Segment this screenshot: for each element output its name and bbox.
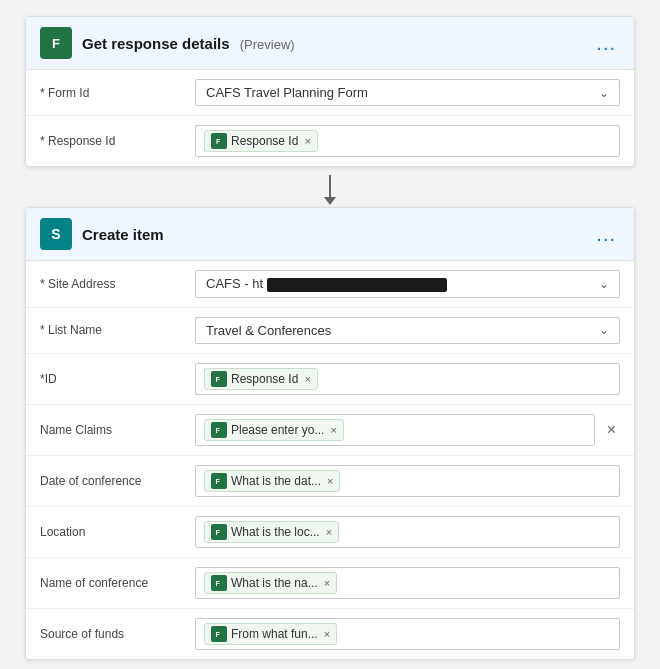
- token-field-response-id[interactable]: F Response Id ×: [195, 125, 620, 157]
- arrow-connector: [329, 167, 331, 207]
- chevron-down-icon: ⌄: [599, 86, 609, 100]
- label-name-conference: Name of conference: [40, 576, 195, 590]
- chevron-down-icon-3: ⌄: [599, 323, 609, 337]
- label-list-name: * List Name: [40, 323, 195, 337]
- label-location: Location: [40, 525, 195, 539]
- dropdown-list-name[interactable]: Travel & Conferences ⌄: [195, 317, 620, 344]
- form-row-form-id: * Form Id CAFS Travel Planning Form ⌄: [26, 70, 634, 116]
- field-close-name-claims-icon[interactable]: ×: [603, 421, 620, 439]
- dropdown-site-address[interactable]: CAFS - ht ⌄: [195, 270, 620, 298]
- token-field-date-conference[interactable]: F What is the dat... ×: [195, 465, 620, 497]
- value-date-conference: F What is the dat... ×: [195, 465, 620, 497]
- svg-text:F: F: [216, 580, 221, 587]
- token-name-claims: F Please enter yo... ×: [204, 419, 344, 441]
- forms-token-icon: F: [211, 133, 227, 149]
- card-title-get-response: Get response details (Preview): [82, 35, 592, 52]
- token-name-conference: F What is the na... ×: [204, 572, 337, 594]
- label-response-id: * Response Id: [40, 134, 195, 148]
- value-site-address: CAFS - ht ⌄: [195, 270, 620, 298]
- forms-token-icon-7: F: [211, 626, 227, 642]
- card-body-get-response: * Form Id CAFS Travel Planning Form ⌄ * …: [26, 70, 634, 166]
- card-header-create-item: S Create item ...: [26, 208, 634, 261]
- form-row-id: *ID F Response Id ×: [26, 354, 634, 405]
- label-site-address: * Site Address: [40, 277, 195, 291]
- chevron-down-icon-2: ⌄: [599, 277, 609, 291]
- svg-text:F: F: [216, 529, 221, 536]
- form-row-site-address: * Site Address CAFS - ht ⌄: [26, 261, 634, 308]
- card-title-create-item: Create item: [82, 226, 592, 243]
- value-id: F Response Id ×: [195, 363, 620, 395]
- token-text-location: What is the loc...: [231, 525, 320, 539]
- redacted-url: [267, 278, 447, 292]
- svg-text:F: F: [216, 138, 221, 145]
- svg-text:F: F: [216, 376, 221, 383]
- label-form-id: * Form Id: [40, 86, 195, 100]
- sharepoint-icon-letter: S: [51, 226, 60, 242]
- forms-token-icon-3: F: [211, 422, 227, 438]
- value-form-id: CAFS Travel Planning Form ⌄: [195, 79, 620, 106]
- token-field-source-funds[interactable]: F From what fun... ×: [195, 618, 620, 650]
- token-text-id: Response Id: [231, 372, 298, 386]
- card-more-button-2[interactable]: ...: [592, 223, 620, 246]
- site-address-prefix: CAFS - ht: [206, 276, 263, 291]
- down-arrow-line: [329, 175, 331, 199]
- token-text-date-conference: What is the dat...: [231, 474, 321, 488]
- form-row-name-conference: Name of conference F What is the na... ×: [26, 558, 634, 609]
- token-field-id[interactable]: F Response Id ×: [195, 363, 620, 395]
- card-header-get-response: F Get response details (Preview) ...: [26, 17, 634, 70]
- value-location: F What is the loc... ×: [195, 516, 620, 548]
- label-name-claims: Name Claims: [40, 423, 195, 437]
- forms-token-icon-5: F: [211, 524, 227, 540]
- form-row-source-funds: Source of funds F From what fun... ×: [26, 609, 634, 659]
- dropdown-form-id-text: CAFS Travel Planning Form: [206, 85, 368, 100]
- svg-text:F: F: [216, 427, 221, 434]
- forms-icon: F: [40, 27, 72, 59]
- token-text-name-claims: Please enter yo...: [231, 423, 324, 437]
- svg-text:F: F: [216, 631, 221, 638]
- create-item-card: S Create item ... * Site Address CAFS - …: [25, 207, 635, 660]
- label-source-funds: Source of funds: [40, 627, 195, 641]
- token-close-name-claims-icon[interactable]: ×: [330, 424, 336, 436]
- card-title-text-2: Create item: [82, 226, 164, 243]
- token-field-name-claims[interactable]: F Please enter yo... ×: [195, 414, 595, 446]
- card-body-create-item: * Site Address CAFS - ht ⌄ * List Name: [26, 261, 634, 659]
- get-response-details-card: F Get response details (Preview) ... * F…: [25, 16, 635, 167]
- token-source-funds: F From what fun... ×: [204, 623, 337, 645]
- value-list-name: Travel & Conferences ⌄: [195, 317, 620, 344]
- footer-actions: Add an action Add a condition ••• More: [161, 660, 500, 669]
- token-date-conference: F What is the dat... ×: [204, 470, 340, 492]
- card-subtitle-text: (Preview): [240, 37, 295, 52]
- token-field-name-conference[interactable]: F What is the na... ×: [195, 567, 620, 599]
- form-row-date-conference: Date of conference F What is the dat... …: [26, 456, 634, 507]
- sharepoint-icon: S: [40, 218, 72, 250]
- forms-icon-letter: F: [52, 36, 60, 51]
- form-row-location: Location F What is the loc... ×: [26, 507, 634, 558]
- svg-text:F: F: [216, 478, 221, 485]
- dropdown-form-id[interactable]: CAFS Travel Planning Form ⌄: [195, 79, 620, 106]
- forms-token-icon-6: F: [211, 575, 227, 591]
- form-row-list-name: * List Name Travel & Conferences ⌄: [26, 308, 634, 354]
- card-title-text: Get response details: [82, 35, 230, 52]
- value-response-id: F Response Id ×: [195, 125, 620, 157]
- card-more-button[interactable]: ...: [592, 32, 620, 55]
- token-text: Response Id: [231, 134, 298, 148]
- token-id: F Response Id ×: [204, 368, 318, 390]
- dropdown-list-name-text: Travel & Conferences: [206, 323, 331, 338]
- token-close-source-funds-icon[interactable]: ×: [324, 628, 330, 640]
- token-close-date-conf-icon[interactable]: ×: [327, 475, 333, 487]
- token-close-id-icon[interactable]: ×: [304, 373, 310, 385]
- value-source-funds: F From what fun... ×: [195, 618, 620, 650]
- token-field-location[interactable]: F What is the loc... ×: [195, 516, 620, 548]
- token-close-location-icon[interactable]: ×: [326, 526, 332, 538]
- token-close-name-conf-icon[interactable]: ×: [324, 577, 330, 589]
- token-close-icon[interactable]: ×: [304, 135, 310, 147]
- token-text-name-conference: What is the na...: [231, 576, 318, 590]
- form-row-name-claims: Name Claims F Please enter yo... × ×: [26, 405, 634, 456]
- token-location: F What is the loc... ×: [204, 521, 339, 543]
- token-response-id: F Response Id ×: [204, 130, 318, 152]
- label-date-conference: Date of conference: [40, 474, 195, 488]
- value-name-claims: F Please enter yo... × ×: [195, 414, 620, 446]
- label-id: *ID: [40, 372, 195, 386]
- forms-token-icon-2: F: [211, 371, 227, 387]
- forms-token-icon-4: F: [211, 473, 227, 489]
